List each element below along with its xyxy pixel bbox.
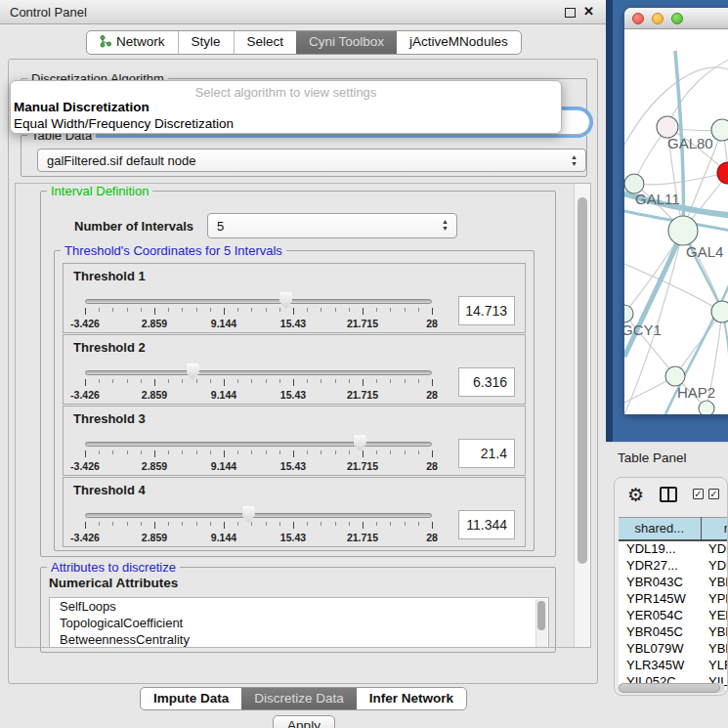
table-cell[interactable]: YLR345W [619, 657, 701, 673]
slider-track[interactable] [85, 513, 432, 518]
table-row[interactable]: YLR345WYLR3 [619, 657, 728, 673]
table-row[interactable]: YBL079WYBL0 [619, 640, 728, 657]
split-columns-icon[interactable] [660, 487, 677, 502]
vertical-scrollbar-thumb[interactable] [578, 197, 587, 564]
number-of-intervals-value: 5 [217, 219, 224, 234]
tab-impute-data[interactable]: Impute Data [141, 688, 241, 709]
tick-mark [418, 450, 419, 454]
attribute-list-item[interactable]: TopologicalCoefficient [50, 615, 548, 631]
tick-mark [390, 522, 391, 526]
tab-network[interactable]: Network [87, 31, 178, 54]
threshold-value-field[interactable]: 14.713 [458, 296, 515, 325]
list-scrollbar[interactable] [535, 599, 547, 648]
table-data-combo-value: galFiltered.sif default node [47, 153, 195, 168]
tab-infer-network[interactable]: Infer Network [357, 688, 466, 709]
table-cell[interactable]: YER0 [701, 607, 728, 623]
apply-button[interactable]: Apply [273, 715, 335, 728]
network-node[interactable] [624, 305, 633, 322]
slider-track[interactable] [85, 370, 432, 375]
tab-jactivemnodules[interactable]: jActiveMNodules [397, 31, 521, 54]
stepper-arrows-icon[interactable]: ▲▼ [441, 218, 450, 232]
slider-handle[interactable] [242, 506, 255, 523]
traffic-light-close-icon[interactable] [632, 13, 644, 24]
table-cell[interactable]: YDR2 [701, 557, 728, 574]
slider-handle[interactable] [279, 292, 292, 309]
list-scrollbar-thumb[interactable] [537, 601, 545, 630]
table-cell[interactable]: YER054C [619, 607, 701, 623]
threshold-value-field[interactable]: 6.316 [458, 367, 515, 397]
table-cell[interactable]: YBR045C [619, 623, 701, 640]
gear-icon[interactable]: ⚙ [627, 484, 644, 506]
tab-cyni-toolbox[interactable]: Cyni Toolbox [296, 31, 397, 54]
tick-mark [237, 308, 238, 312]
tab-discretize-data[interactable]: Discretize Data [241, 688, 357, 709]
slider-track[interactable] [85, 442, 432, 447]
checkbox-icon[interactable]: ✓ [708, 489, 719, 499]
table-cell[interactable]: YDL19... [619, 540, 701, 557]
number-of-intervals-combo[interactable]: 5 ▲▼ [207, 213, 457, 238]
tick-mark [418, 522, 419, 526]
float-window-icon[interactable] [565, 8, 576, 18]
table-row[interactable]: YBR043CYBR0 [619, 574, 728, 590]
table-data-combo[interactable]: galFiltered.sif default node ▲▼ [37, 149, 586, 172]
threshold-value-field[interactable]: 21.4 [458, 439, 515, 468]
tick-mark [154, 379, 155, 386]
network-nodes[interactable]: GAL80GACGAL11GAL4GCY1HHAP2 [624, 116, 728, 414]
table-cell[interactable]: YBR0 [701, 623, 728, 640]
tick-mark [251, 450, 252, 454]
table-row[interactable]: YDR27...YDR2 [619, 557, 728, 574]
table-cell[interactable]: YPR145W [619, 590, 701, 607]
horizontal-scrollbar-thumb[interactable] [619, 683, 720, 693]
table-cell[interactable]: YDL1 [701, 540, 728, 557]
traffic-light-zoom-icon[interactable] [671, 13, 683, 24]
network-window[interactable]: GAL80GACGAL11GAL4GCY1HHAP2 [624, 8, 728, 414]
tick-mark [99, 450, 100, 454]
network-node[interactable] [699, 401, 714, 414]
column-header[interactable]: shared... [619, 518, 701, 540]
table-row[interactable]: YPR145WYPR1 [619, 590, 728, 607]
algorithm-option[interactable]: Manual Discretization [14, 100, 150, 114]
checkbox-icon[interactable]: ✓ [693, 489, 704, 499]
tick-mark [266, 308, 267, 312]
node-attribute-table[interactable]: shared...n... YDL19...YDL1YDR27...YDR2YB… [619, 517, 728, 690]
tick-mark [99, 522, 100, 526]
table-cell[interactable]: YPR1 [701, 590, 728, 607]
threshold-value-field[interactable]: 11.344 [458, 510, 515, 539]
close-icon[interactable]: ✕ [583, 4, 594, 19]
table-row[interactable]: YBR045CYBR0 [619, 623, 728, 640]
network-node[interactable] [711, 119, 728, 141]
tick-mark [405, 522, 406, 526]
network-node[interactable] [665, 366, 685, 386]
algorithm-option[interactable]: Equal Width/Frequency Discretization [14, 116, 234, 131]
attribute-list-item[interactable]: SelfLoops [50, 598, 548, 615]
threshold-panel: Threshold 1-3.4262.8599.14415.4321.71528… [63, 263, 526, 333]
table-cell[interactable]: YLR3 [701, 657, 728, 673]
table-cell[interactable]: YBR043C [619, 574, 701, 590]
top-tab-bar: NetworkStyleSelectCyni ToolboxjActiveMNo… [86, 30, 522, 55]
numerical-attributes-list[interactable]: SelfLoopsTopologicalCoefficientBetweenne… [49, 597, 549, 648]
network-window-titlebar[interactable] [624, 8, 728, 29]
table-cell[interactable]: YBR0 [701, 574, 728, 590]
network-canvas[interactable]: GAL80GACGAL11GAL4GCY1HHAP2 [624, 29, 728, 414]
slider-handle[interactable] [187, 364, 199, 380]
table-cell[interactable]: YBL0 [701, 640, 728, 657]
traffic-light-minimize-icon[interactable] [652, 13, 664, 24]
column-header[interactable]: n... [701, 518, 728, 540]
vertical-scrollbar[interactable] [574, 184, 590, 647]
network-node-label: HAP2 [677, 384, 715, 401]
attribute-list-item[interactable]: BetweennessCentrality [50, 631, 548, 648]
network-node[interactable] [668, 216, 698, 245]
table-row[interactable]: YDL19...YDL1 [619, 540, 728, 557]
table-cell[interactable]: YBL079W [619, 640, 701, 657]
slider-track[interactable] [85, 299, 432, 304]
stepper-arrows-icon[interactable]: ▲▼ [570, 153, 578, 167]
tab-style[interactable]: Style [178, 31, 234, 54]
network-node[interactable] [711, 301, 728, 322]
table-cell[interactable]: YDR27... [619, 557, 701, 574]
slider-handle[interactable] [354, 435, 366, 451]
horizontal-scrollbar[interactable] [618, 683, 725, 693]
table-row[interactable]: YER054CYER0 [619, 607, 728, 623]
tick-label: -3.426 [70, 532, 100, 543]
tab-select[interactable]: Select [234, 31, 297, 54]
tick-label: 21.715 [347, 460, 378, 472]
